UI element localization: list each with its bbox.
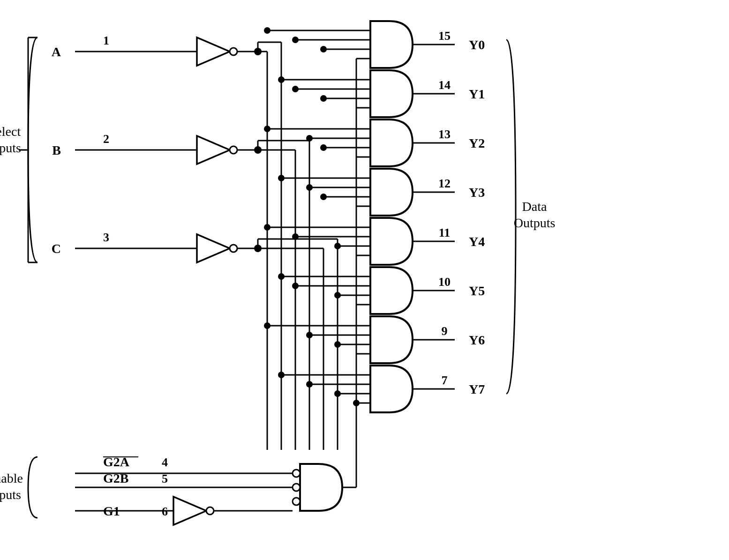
svg-point-118 <box>293 470 300 477</box>
svg-text:Y3: Y3 <box>469 185 485 200</box>
svg-point-7 <box>230 146 237 154</box>
svg-point-92 <box>292 233 299 240</box>
svg-point-97 <box>278 273 285 280</box>
svg-point-124 <box>206 507 214 515</box>
svg-point-64 <box>292 37 299 43</box>
svg-point-62 <box>264 27 271 34</box>
pin-5: 5 <box>162 472 168 485</box>
svg-point-9 <box>230 245 237 252</box>
svg-point-5 <box>230 48 237 55</box>
svg-text:Y4: Y4 <box>469 234 485 249</box>
G1-label: G1 <box>103 504 120 518</box>
svg-point-69 <box>278 76 285 83</box>
svg-text:Y1: Y1 <box>469 87 485 101</box>
svg-point-15 <box>254 48 262 55</box>
data-outputs-label: Data <box>522 199 547 214</box>
svg-text:Y0: Y0 <box>469 37 485 52</box>
svg-point-130 <box>353 400 360 406</box>
svg-point-111 <box>278 372 285 378</box>
svg-text:Y2: Y2 <box>469 136 485 150</box>
svg-point-78 <box>306 135 313 142</box>
pin-4: 4 <box>162 455 168 469</box>
svg-point-83 <box>278 175 285 181</box>
svg-point-106 <box>306 332 313 338</box>
svg-point-104 <box>264 322 271 329</box>
label-A: A <box>52 45 61 59</box>
svg-point-101 <box>334 292 341 299</box>
svg-text:12: 12 <box>438 177 451 190</box>
enable-inputs-label2: Inputs <box>0 487 21 502</box>
svg-point-108 <box>334 341 341 348</box>
enable-inputs-label: Enable <box>0 471 23 485</box>
svg-point-90 <box>264 224 271 231</box>
svg-point-76 <box>264 126 271 132</box>
svg-point-94 <box>334 243 341 249</box>
svg-point-119 <box>293 484 300 491</box>
svg-text:13: 13 <box>438 127 451 141</box>
pin-2: 2 <box>103 132 109 146</box>
svg-text:Y6: Y6 <box>469 333 485 347</box>
label-C: C <box>52 241 61 256</box>
svg-point-115 <box>334 390 341 397</box>
svg-point-87 <box>320 194 327 200</box>
svg-text:11: 11 <box>439 226 451 239</box>
svg-text:7: 7 <box>442 373 448 387</box>
data-outputs-label2: Outputs <box>514 216 556 230</box>
label-B: B <box>52 143 61 157</box>
pin-3: 3 <box>103 231 109 244</box>
select-inputs-label: Select <box>0 124 21 139</box>
svg-text:10: 10 <box>438 275 451 289</box>
svg-point-66 <box>320 46 327 52</box>
svg-point-73 <box>320 95 327 102</box>
svg-point-80 <box>320 144 327 151</box>
svg-text:15: 15 <box>438 29 451 43</box>
svg-point-85 <box>306 184 313 191</box>
select-inputs-label2: Inputs <box>0 141 21 155</box>
svg-point-120 <box>293 498 300 505</box>
svg-point-113 <box>306 381 313 388</box>
svg-text:14: 14 <box>438 78 451 92</box>
svg-text:9: 9 <box>442 324 448 338</box>
pin-6: 6 <box>162 505 168 518</box>
svg-point-71 <box>292 86 299 92</box>
pin-1: 1 <box>103 34 109 47</box>
svg-text:Y5: Y5 <box>469 284 485 298</box>
svg-text:Y7: Y7 <box>469 382 485 396</box>
svg-point-99 <box>292 283 299 289</box>
